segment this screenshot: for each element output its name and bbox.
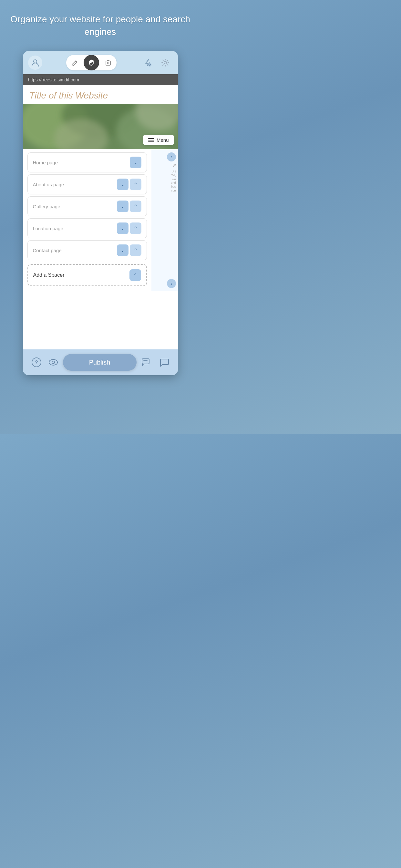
svg-point-4 — [164, 61, 166, 64]
gallery-nav-buttons: ⌄ ⌃ — [117, 200, 142, 212]
toolbar — [23, 51, 178, 74]
about-chevron-down[interactable]: ⌄ — [117, 179, 128, 190]
svg-text:?: ? — [35, 360, 38, 365]
bottom-nav: ? Publish — [23, 349, 178, 375]
help-button[interactable]: ? — [29, 355, 43, 369]
gallery-chevron-down[interactable]: ⌄ — [117, 200, 128, 212]
svg-rect-1 — [106, 61, 111, 65]
home-chevron-down[interactable]: ⌄ — [130, 157, 142, 168]
site-title: Title of this Website — [23, 85, 178, 104]
preview-button[interactable] — [46, 355, 60, 369]
contact-nav-buttons: ⌄ ⌃ — [117, 244, 142, 256]
menu-label: Menu — [157, 137, 169, 143]
svg-point-14 — [52, 361, 55, 364]
location-chevron-down[interactable]: ⌄ — [117, 222, 128, 234]
publish-label: Publish — [89, 359, 111, 366]
menu-button[interactable]: Menu — [143, 135, 174, 145]
add-spacer-button[interactable]: Add a Spacer ⌃ — [27, 264, 147, 286]
contact-chevron-down[interactable]: ⌄ — [117, 244, 128, 256]
nav-item-gallery-label: Gallery page — [33, 204, 60, 209]
hero-image: Menu — [23, 104, 178, 149]
contact-chevron-up[interactable]: ⌃ — [130, 244, 142, 256]
nav-item-location: Location page ⌄ ⌃ — [27, 218, 147, 238]
sidebar-text-1: W — [153, 163, 176, 168]
spacer-chevron-up[interactable]: ⌃ — [129, 269, 141, 281]
svg-rect-15 — [142, 359, 149, 364]
nav-item-contact-label: Contact page — [33, 248, 62, 253]
nav-item-home-label: Home page — [33, 160, 58, 165]
url-bar: https://freesite.simdif.com — [23, 74, 178, 85]
add-spacer-label: Add a Spacer — [33, 272, 65, 278]
menu-icon — [148, 138, 154, 142]
hand-icon[interactable] — [84, 55, 99, 70]
sidebar-collapse-button[interactable]: ‹ — [167, 152, 176, 161]
bolt-icon[interactable] — [141, 55, 155, 70]
feedback-button[interactable] — [139, 355, 153, 369]
edit-icon[interactable] — [66, 55, 83, 70]
site-content: Title of this Website Me — [23, 85, 178, 349]
publish-button[interactable]: Publish — [63, 354, 136, 371]
nav-item-home: Home page ⌄ — [27, 152, 147, 173]
home-nav-buttons: ⌄ — [130, 157, 142, 168]
svg-point-0 — [34, 60, 37, 63]
nav-area: Home page ⌄ About us page ⌄ ⌃ Gallery pa… — [23, 149, 178, 291]
sidebar-right: ‹ W A tTel,woundbuscon ‹ — [151, 149, 178, 291]
nav-item-contact: Contact page ⌄ ⌃ — [27, 240, 147, 260]
url-text: https://freesite.simdif.com — [28, 77, 80, 82]
toolbar-btn-group — [66, 55, 117, 70]
nav-item-location-label: Location page — [33, 226, 63, 231]
about-chevron-up[interactable]: ⌃ — [130, 179, 142, 190]
trash-icon[interactable] — [100, 55, 117, 70]
avatar-icon[interactable] — [28, 56, 42, 70]
hero-title: Organize your website for people and sea… — [0, 13, 201, 38]
main-nav: Home page ⌄ About us page ⌄ ⌃ Gallery pa… — [23, 149, 151, 291]
nav-item-about-label: About us page — [33, 182, 64, 187]
nav-item-gallery: Gallery page ⌄ ⌃ — [27, 196, 147, 216]
white-content-area — [23, 291, 178, 349]
settings-icon[interactable] — [158, 55, 173, 70]
phone-frame: https://freesite.simdif.com Title of thi… — [23, 51, 178, 375]
nav-item-about: About us page ⌄ ⌃ — [27, 175, 147, 194]
chat-button[interactable] — [157, 355, 172, 369]
sidebar-collapse-button-2[interactable]: ‹ — [167, 279, 176, 288]
svg-point-13 — [49, 360, 58, 365]
about-nav-buttons: ⌄ ⌃ — [117, 179, 142, 190]
gallery-chevron-up[interactable]: ⌃ — [130, 200, 142, 212]
sidebar-content: A tTel,woundbuscon — [153, 170, 176, 192]
location-nav-buttons: ⌄ ⌃ — [117, 222, 142, 234]
bottom-right-icons — [139, 355, 172, 369]
location-chevron-up[interactable]: ⌃ — [130, 222, 142, 234]
